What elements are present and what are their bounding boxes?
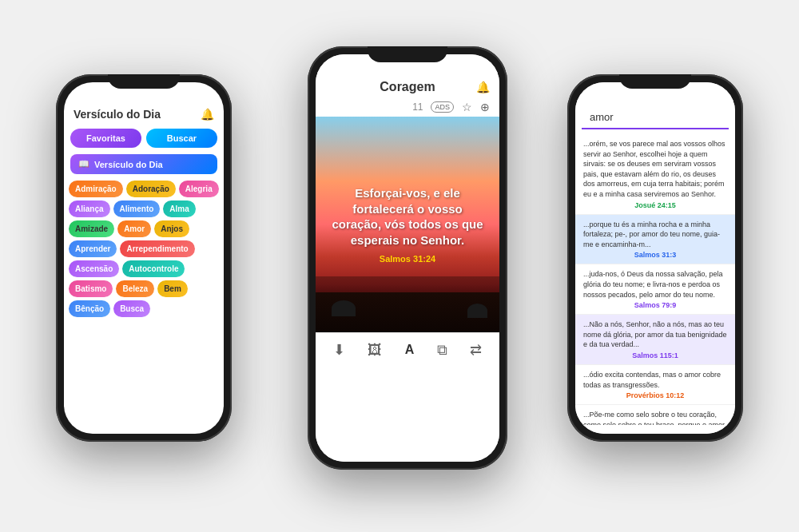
left-title: Versículo do Dia: [74, 108, 161, 121]
verse-item-1[interactable]: ...orém, se vos parece mal aos vossos ol…: [575, 134, 735, 215]
verse-list: ...orém, se vos parece mal aos vossos ol…: [575, 134, 735, 425]
tag-beleza[interactable]: Beleza: [116, 280, 154, 297]
left-header: Versículo do Dia 🔔: [64, 105, 224, 125]
tag-adoracao[interactable]: Adoração: [126, 181, 176, 197]
phone-center-screen: Coragem 🔔 11 ADS ☆ ⊕: [316, 54, 499, 462]
center-content: Coragem 🔔 11 ADS ☆ ⊕: [316, 54, 499, 462]
tag-row-7: Bênção Busca: [69, 300, 219, 317]
download-icon[interactable]: ⬇: [333, 341, 345, 359]
buscar-button[interactable]: Buscar: [146, 129, 217, 148]
tag-row-3: Amizade Amor Anjos: [69, 220, 219, 237]
verse-item-5[interactable]: ...ódio excita contendas, mas o amor cob…: [575, 365, 735, 405]
verse-item-1-ref: Josué 24:15: [583, 201, 727, 209]
copy-icon[interactable]: ⧉: [437, 342, 447, 359]
verse-item-3-text: ...juda-nos, ó Deus da nossa salvação, p…: [583, 269, 727, 300]
tag-admiracao[interactable]: Admiração: [69, 181, 123, 197]
tag-amor[interactable]: Amor: [117, 220, 151, 237]
verse-main-text: Esforçai-vos, e ele fortalecerá o vosso …: [328, 185, 487, 248]
notch-right: [619, 74, 691, 89]
tag-alma[interactable]: Alma: [163, 200, 195, 217]
notch-center: [368, 46, 447, 62]
center-header: Coragem 🔔: [316, 77, 499, 97]
center-toolbar: 11 ADS ☆ ⊕: [316, 97, 499, 117]
tag-row-6: Batismo Beleza Bem: [69, 280, 219, 297]
phone-left: Versículo do Dia 🔔 Favoritas Buscar 📖 Ve…: [56, 74, 232, 442]
verse-item-2-text: ...porque tu és a minha rocha e a minha …: [583, 220, 727, 250]
notch-left: [108, 74, 180, 89]
search-input[interactable]: [582, 106, 729, 129]
center-bottom-bar: ⬇ 🖼 A ⧉ ⇄: [316, 332, 499, 367]
verse-item-2-ref: Salmos 31:3: [583, 251, 727, 259]
tag-alegria[interactable]: Alegria: [179, 181, 219, 197]
versiculo-do-dia-row[interactable]: 📖 Versículo do Dia: [70, 154, 217, 174]
phone-center: Coragem 🔔 11 ADS ☆ ⊕: [308, 46, 507, 470]
tag-autocontrole[interactable]: Autocontrole: [122, 260, 185, 277]
tag-row-2: Aliança Alimento Alma: [69, 200, 219, 217]
scene: Versículo do Dia 🔔 Favoritas Buscar 📖 Ve…: [8, 10, 791, 522]
bell-icon-center: 🔔: [476, 81, 490, 93]
phone-right: ...orém, se vos parece mal aos vossos ol…: [567, 74, 743, 442]
image-icon[interactable]: 🖼: [368, 342, 382, 359]
text-icon[interactable]: A: [405, 343, 415, 357]
shuffle-icon[interactable]: ⇄: [470, 341, 482, 359]
star-icon[interactable]: ☆: [462, 101, 472, 113]
tag-row-4: Aprender Arrependimento: [69, 240, 219, 257]
verse-item-5-text: ...ódio excita contendas, mas o amor cob…: [583, 370, 727, 390]
verse-item-5-ref: Provérbios 10:12: [583, 391, 727, 399]
verse-reference: Salmos 31:24: [380, 254, 435, 264]
ads-icon[interactable]: ADS: [431, 101, 454, 113]
verse-item-6[interactable]: ...Põe-me como selo sobre o teu coração,…: [575, 405, 735, 425]
tag-ascensao[interactable]: Ascensão: [69, 260, 119, 277]
verse-item-3[interactable]: ...juda-nos, ó Deus da nossa salvação, p…: [575, 264, 735, 315]
verse-item-4-ref: Salmos 115:1: [583, 351, 727, 359]
tag-row-5: Ascensão Autocontrole: [69, 260, 219, 277]
versiculo-do-dia-label: Versículo do Dia: [94, 160, 163, 169]
verse-item-4-text: ...Não a nós, Senhor, não a nós, mas ao …: [583, 320, 727, 350]
tag-grid: Admiração Adoração Alegria Aliança Alime…: [64, 177, 224, 320]
center-title: Coragem: [380, 80, 435, 94]
verse-item-4[interactable]: ...Não a nós, Senhor, não a nós, mas ao …: [575, 315, 735, 365]
verse-item-6-text: ...Põe-me como selo sobre o teu coração,…: [583, 410, 727, 425]
right-content: ...orém, se vos parece mal aos vossos ol…: [575, 82, 735, 434]
share-icon[interactable]: ⊕: [480, 101, 490, 113]
tag-aprender[interactable]: Aprender: [69, 240, 117, 257]
phone-right-screen: ...orém, se vos parece mal aos vossos ol…: [575, 82, 735, 434]
tag-alianca[interactable]: Aliança: [69, 200, 110, 217]
favoritas-button[interactable]: Favoritas: [70, 129, 141, 148]
verse-item-3-ref: Salmos 79:9: [583, 301, 727, 309]
tag-bencao[interactable]: Bênção: [69, 300, 110, 317]
verse-text-overlay: Esforçai-vos, e ele fortalecerá o vosso …: [316, 117, 499, 332]
tag-anjos[interactable]: Anjos: [154, 220, 189, 237]
tag-row-1: Admiração Adoração Alegria: [69, 181, 219, 197]
phone-left-screen: Versículo do Dia 🔔 Favoritas Buscar 📖 Ve…: [64, 82, 224, 434]
verse-image: Esforçai-vos, e ele fortalecerá o vosso …: [316, 117, 499, 332]
left-action-row: Favoritas Buscar: [64, 125, 224, 151]
tag-alimento[interactable]: Alimento: [113, 200, 161, 217]
verse-item-2[interactable]: ...porque tu és a minha rocha e a minha …: [575, 215, 735, 265]
tag-arrependimento[interactable]: Arrependimento: [120, 240, 194, 257]
tag-bem[interactable]: Bem: [157, 280, 188, 297]
toolbar-number: 11: [412, 101, 423, 113]
tag-amizade[interactable]: Amizade: [69, 220, 114, 237]
bell-icon-left: 🔔: [201, 108, 214, 121]
left-content: Versículo do Dia 🔔 Favoritas Buscar 📖 Ve…: [64, 82, 224, 434]
verse-item-1-text: ...orém, se vos parece mal aos vossos ol…: [583, 139, 727, 200]
tag-batismo[interactable]: Batismo: [69, 280, 113, 297]
tag-busca[interactable]: Busca: [113, 300, 150, 317]
